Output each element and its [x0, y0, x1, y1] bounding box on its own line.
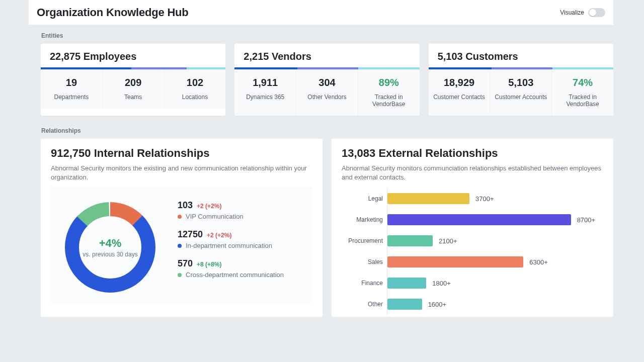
bar-value: 2100+	[439, 237, 457, 245]
entity-stat: 1,911Dynamics 365	[234, 69, 296, 116]
bar-value: 6300+	[529, 258, 548, 266]
internal-legend: 103+2 (+2%)VIP Communication12750+2 (+2%…	[178, 192, 308, 288]
stat-label: Departments	[44, 94, 99, 101]
stat-label: Customer Accounts	[493, 94, 548, 101]
bar-label: Legal	[342, 195, 387, 202]
legend-item: 12750+2 (+2%)In-department communication	[178, 229, 308, 249]
internal-relationships-card: 912,750 Internal Relationships Abnormal …	[40, 138, 323, 317]
bar-label: Finance	[342, 280, 387, 287]
legend-item: 570+8 (+8%)Cross-department communicatio…	[178, 258, 308, 279]
bar-value: 8700+	[577, 216, 596, 224]
bar-label: Procurement	[342, 237, 387, 244]
entity-stat: 89%Tracked in VendorBase	[358, 69, 420, 116]
bar-row: Sales6300+	[342, 251, 603, 273]
stat-label: Tracked in VendorBase	[555, 94, 610, 108]
bar-row: Marketing8700+	[342, 209, 603, 230]
internal-desc: Abnormal Security monitors the existing …	[51, 164, 312, 182]
entity-title-customers: 5,103 Customers	[429, 44, 613, 67]
bar-fill	[387, 278, 426, 289]
external-title: 13,083 External Relationships	[342, 147, 603, 160]
legend-item: 103+2 (+2%)VIP Communication	[178, 200, 308, 220]
legend-delta: +8 (+8%)	[197, 261, 221, 268]
legend-label: In-department communication	[186, 242, 272, 249]
stat-label: Tracked in VendorBase	[361, 94, 417, 108]
entities-section-label: Entities	[41, 32, 614, 39]
visualize-toggle[interactable]	[588, 8, 605, 17]
bar-fill	[387, 193, 469, 204]
page-header: Organization Knowledge Hub Visualize	[28, 0, 614, 25]
stat-value: 304	[299, 77, 355, 88]
external-bar-chart: Legal3700+Marketing8700+Procurement2100+…	[342, 188, 603, 315]
legend-dot-icon	[178, 244, 182, 248]
entity-stat: 18,929Customer Contacts	[429, 69, 490, 116]
bar-row: Legal3700+	[342, 188, 603, 209]
bar-fill	[387, 299, 422, 310]
stat-value: 19	[44, 77, 99, 88]
bar-row: Procurement2100+	[342, 230, 603, 251]
legend-value: 12750	[178, 229, 203, 240]
legend-dot-icon	[178, 215, 182, 219]
bar-label: Marketing	[342, 216, 387, 223]
external-relationships-card: 13,083 External Relationships Abnormal S…	[331, 138, 614, 317]
stat-value: 89%	[361, 77, 417, 88]
entity-stat: 19Departments	[41, 69, 102, 109]
page-title: Organization Knowledge Hub	[37, 6, 189, 19]
donut-percent: +4%	[99, 237, 122, 250]
visualize-toggle-wrap: Visualize	[560, 8, 605, 17]
bar-label: Other	[342, 301, 387, 308]
entity-title-employees: 22,875 Employees	[41, 44, 225, 67]
bar-fill	[387, 214, 571, 225]
bar-fill	[387, 256, 523, 267]
entity-card-customers[interactable]: 5,103 Customers 18,929Customer Contacts5…	[428, 43, 614, 116]
stat-value: 1,911	[237, 77, 293, 88]
stat-value: 18,929	[432, 77, 487, 88]
relationships-section-label: Relationships	[41, 127, 614, 134]
internal-donut-chart: +4% vs. previous 30 days	[55, 192, 166, 303]
stat-value: 5,103	[493, 77, 548, 88]
legend-delta: +2 (+2%)	[207, 232, 231, 239]
entity-stat: 209Teams	[102, 69, 164, 109]
bar-row: Other1600+	[342, 294, 603, 315]
legend-value: 103	[178, 200, 193, 211]
internal-title: 912,750 Internal Relationships	[51, 147, 312, 160]
stat-value: 74%	[555, 77, 610, 88]
stat-label: Locations	[168, 94, 223, 101]
stat-label: Teams	[106, 94, 161, 101]
legend-value: 570	[178, 258, 193, 269]
bar-fill	[387, 235, 433, 246]
external-desc: Abnormal Security monitors communciation…	[342, 164, 603, 182]
entity-card-vendors[interactable]: 2,215 Vendors 1,911Dynamics 365304Other …	[234, 43, 420, 116]
stat-label: Dynamics 365	[237, 94, 293, 101]
entity-stat: 5,103Customer Accounts	[490, 69, 551, 116]
bar-row: Finance1800+	[342, 273, 603, 294]
entity-stat: 102Locations	[164, 69, 226, 109]
bar-label: Sales	[342, 258, 387, 265]
entity-title-vendors: 2,215 Vendors	[234, 44, 419, 67]
entity-stat: 74%Tracked in VendorBase	[551, 69, 613, 116]
visualize-label: Visualize	[560, 9, 584, 16]
legend-label: VIP Communication	[186, 213, 244, 220]
bar-value: 3700+	[475, 195, 494, 203]
donut-sub: vs. previous 30 days	[83, 251, 137, 258]
bar-value: 1600+	[428, 301, 447, 308]
stat-label: Customer Contacts	[432, 94, 487, 101]
legend-label: Cross-department communication	[186, 271, 284, 279]
legend-dot-icon	[178, 273, 182, 277]
entity-card-employees[interactable]: 22,875 Employees 19Departments209Teams10…	[40, 43, 226, 116]
entity-stat: 304Other Vendors	[296, 69, 358, 116]
stat-value: 102	[168, 77, 223, 88]
bar-value: 1800+	[432, 280, 451, 287]
stat-label: Other Vendors	[299, 94, 355, 101]
legend-delta: +2 (+2%)	[197, 203, 221, 210]
stat-value: 209	[106, 77, 161, 88]
